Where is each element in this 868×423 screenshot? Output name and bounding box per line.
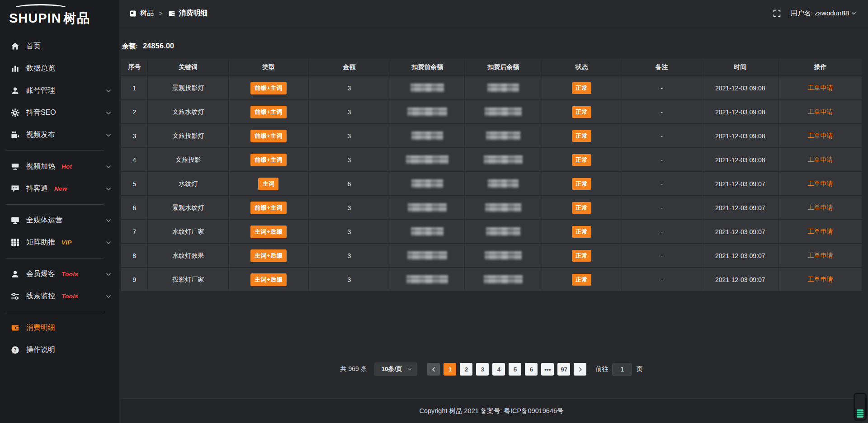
redacted-value — [407, 251, 447, 260]
more-pages-button[interactable]: ••• — [541, 363, 554, 376]
svg-text:?: ? — [14, 347, 17, 352]
cell-status: 正常 — [542, 100, 622, 124]
sidebar-item-video-heat[interactable]: 视频加热 Hot — [0, 155, 119, 178]
page-button-1[interactable]: 1 — [443, 363, 456, 376]
cell-balance-before — [390, 244, 465, 268]
app-logo[interactable]: SHUPIN 树品 — [0, 0, 119, 29]
cell-action: 工单申请 — [778, 100, 862, 124]
sidebar-item-clue-monitor[interactable]: 线索监控 Tools — [0, 285, 119, 307]
work-order-link[interactable]: 工单申请 — [807, 84, 833, 91]
work-order-link[interactable]: 工单申请 — [807, 132, 833, 139]
cell-action: 工单申请 — [778, 76, 862, 100]
consumption-table: 序号 关键词 类型 金额 扣费前余额 扣费后余额 状态 备注 时间 操作 1 景… — [121, 59, 862, 292]
sidebar-item-member-burst[interactable]: 会员爆客 Tools — [0, 263, 119, 285]
status-badge: 正常 — [572, 82, 591, 94]
sidebar-item-label: 账号管理 — [26, 86, 55, 95]
sidebar-item-consumption-detail[interactable]: 消费明细 — [0, 317, 119, 339]
cell-balance-after — [465, 76, 542, 100]
sliders-icon — [11, 292, 19, 301]
goto-page-input[interactable] — [612, 363, 632, 376]
column-header: 扣费后余额 — [465, 59, 542, 76]
table-row: 1 景观投影灯 前缀+主词 3 正常 - 2021-12-03 09:08 工单… — [121, 76, 862, 100]
status-badge: 正常 — [572, 202, 591, 214]
chevron-down-icon — [106, 110, 111, 116]
cell-type: 前缀+主词 — [228, 100, 308, 124]
page-size-select[interactable]: 10条/页 — [374, 362, 418, 376]
table-row: 2 文旅水纹灯 前缀+主词 3 正常 - 2021-12-03 09:08 工单… — [121, 100, 862, 124]
breadcrumb-current-label: 消费明细 — [179, 9, 208, 18]
redacted-value — [410, 84, 444, 92]
column-header: 扣费前余额 — [390, 59, 465, 76]
sidebar: SHUPIN 树品 首页 数据总览 账号管理 抖音SEO 视频发布 — [0, 0, 119, 423]
page-button-2[interactable]: 2 — [460, 363, 472, 376]
user-dropdown[interactable]: 用户名: zswodun88 — [791, 9, 856, 18]
cell-type: 主词+后缀 — [228, 244, 308, 268]
work-order-link[interactable]: 工单申请 — [807, 156, 833, 163]
cell-remark: - — [622, 172, 702, 196]
work-order-link[interactable]: 工单申请 — [807, 204, 833, 211]
cell-action: 工单申请 — [778, 172, 862, 196]
fullscreen-icon[interactable] — [773, 9, 781, 17]
cell-no: 3 — [121, 124, 148, 148]
cell-status: 正常 — [542, 124, 622, 148]
work-order-link[interactable]: 工单申请 — [807, 108, 833, 115]
cell-action: 工单申请 — [778, 244, 862, 268]
user-area: 用户名: zswodun88 — [773, 9, 856, 18]
cell-no: 1 — [121, 76, 148, 100]
cell-keyword: 水纹灯厂家 — [148, 220, 229, 244]
table-row: 5 水纹灯 主词 6 正常 - 2021-12-03 09:07 工单申请 — [121, 172, 862, 196]
work-order-link[interactable]: 工单申请 — [807, 252, 833, 259]
wallet-icon — [168, 10, 175, 17]
chevron-down-icon — [106, 240, 111, 245]
scroll-widget[interactable] — [854, 393, 867, 421]
cell-type: 前缀+主词 — [228, 148, 308, 172]
cell-type: 主词+后缀 — [228, 220, 308, 244]
type-badge: 主词 — [258, 178, 278, 190]
work-order-link[interactable]: 工单申请 — [807, 228, 833, 235]
work-order-link[interactable]: 工单申请 — [807, 276, 833, 283]
app-window-icon — [129, 10, 137, 17]
balance-row: 余额: 24856.00 — [122, 42, 862, 51]
sidebar-item-account-management[interactable]: 账号管理 — [0, 80, 119, 102]
type-badge: 前缀+主词 — [250, 106, 287, 118]
logo-cn-text: 树品 — [64, 10, 91, 27]
cell-type: 主词+后缀 — [228, 268, 308, 291]
sidebar-item-data-overview[interactable]: 数据总览 — [0, 57, 119, 80]
chevron-down-icon — [106, 294, 111, 299]
column-header: 状态 — [542, 59, 622, 76]
cell-balance-after — [465, 172, 542, 196]
status-badge: 正常 — [572, 250, 591, 262]
cell-balance-after — [465, 220, 542, 244]
breadcrumb-current[interactable]: 消费明细 — [168, 9, 208, 18]
prev-page-button[interactable] — [427, 363, 440, 376]
cell-balance-before — [390, 268, 465, 291]
cell-amount: 3 — [308, 196, 390, 220]
redacted-value — [486, 227, 520, 236]
breadcrumb-root[interactable]: 树品 — [129, 9, 154, 18]
sidebar-item-label: 全媒体运营 — [26, 216, 62, 225]
sidebar-item-video-publish[interactable]: 视频发布 — [0, 124, 119, 146]
sidebar-item-label: 矩阵助推 — [26, 238, 55, 247]
chevron-down-icon — [106, 186, 111, 192]
next-page-button[interactable] — [574, 363, 586, 376]
sidebar-item-douyin-seo[interactable]: 抖音SEO — [0, 102, 119, 124]
cell-status: 正常 — [542, 172, 622, 196]
cell-status: 正常 — [542, 268, 622, 291]
breadcrumb-root-label: 树品 — [140, 9, 154, 18]
sidebar-item-matrix-boost[interactable]: 矩阵助推 VIP — [0, 231, 119, 254]
sidebar-item-douketong[interactable]: 抖客通 New — [0, 178, 119, 200]
cell-balance-before — [390, 124, 465, 148]
work-order-link[interactable]: 工单申请 — [807, 180, 833, 187]
sidebar-item-instructions[interactable]: ? 操作说明 — [0, 339, 119, 361]
cell-remark: - — [622, 76, 702, 100]
type-badge: 前缀+主词 — [250, 154, 287, 166]
page-button-3[interactable]: 3 — [476, 363, 489, 376]
page-button-97[interactable]: 97 — [557, 363, 570, 376]
sidebar-item-all-media[interactable]: 全媒体运营 — [0, 209, 119, 231]
sidebar-divider — [5, 258, 104, 258]
cell-type: 前缀+主词 — [228, 196, 308, 220]
page-button-4[interactable]: 4 — [492, 363, 505, 376]
page-button-6[interactable]: 6 — [525, 363, 538, 376]
sidebar-item-home[interactable]: 首页 — [0, 35, 119, 57]
page-button-5[interactable]: 5 — [509, 363, 521, 376]
